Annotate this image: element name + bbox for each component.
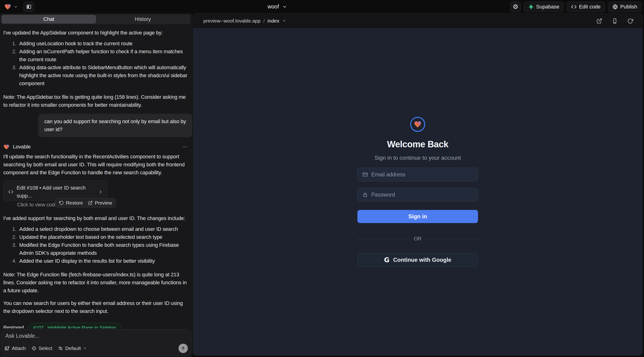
preview-panel: preview--woof.lovable.app / index [193,13,642,356]
assistant-paragraph: I've added support for searching by both… [3,214,189,222]
edit-code-button[interactable]: Edit code [566,2,605,12]
lovable-logo-heart-icon[interactable] [4,3,11,10]
assistant-note: Note: The Edge Function file (fetch-fire… [3,271,189,294]
preview-url-selector[interactable]: preview--woof.lovable.app / index [203,18,286,24]
edit-card-wrapper: Edit #108 • Add user ID search supp... C… [3,180,108,201]
preview-page: index [268,18,279,24]
app-logo-ring [410,117,425,132]
mobile-device-icon [612,18,618,24]
gear-icon: ⚙ [513,4,518,10]
tab-chat[interactable]: Chat [2,15,96,24]
assistant-paragraph: I've updated the AppSidebar component to… [3,29,189,37]
list-item: Updated the placeholder text based on th… [18,233,189,241]
chevron-down-icon [282,19,286,23]
chat-input[interactable] [6,333,179,339]
restore-preview-pill: Restore Preview [55,198,116,208]
settings-button[interactable]: ⚙ [510,2,521,12]
url-separator: / [263,18,265,24]
top-bar: woof ⚙ Supabase Edit code Publish [0,0,644,13]
chat-history-tabs: Chat History [1,14,190,24]
project-chevron-down-icon [282,4,287,9]
or-divider: OR [358,236,478,242]
login-card: Welcome Back Sign in to continue to your… [358,117,478,267]
globe-icon [612,4,618,10]
message-menu-dots-icon[interactable] [182,144,188,150]
chevron-right-icon [98,190,103,194]
email-field[interactable] [358,168,478,181]
external-link-icon [596,18,602,24]
refresh-icon [627,18,633,24]
google-g-icon: G [384,256,390,264]
continue-with-google-button[interactable]: G Continue with Google [358,253,478,267]
chat-composer: Attach Select Default [1,329,191,356]
mode-selector[interactable]: Default [58,346,87,351]
list-item: Modified the Edge Function to handle bot… [18,241,189,257]
version-number: #107 [33,324,44,328]
mobile-view-button[interactable] [610,16,620,26]
mail-icon [362,172,368,177]
lock-icon [362,192,368,198]
restored-version-badge[interactable]: #107 Highlight Active Page in Sidebar [28,323,121,328]
attach-image-icon [4,346,10,351]
restore-icon [59,200,64,205]
sidebar-panel-icon [26,4,32,10]
tab-history[interactable]: History [96,15,190,24]
chat-panel: Chat History I've updated the AppSidebar… [0,13,192,357]
supabase-bolt-icon [528,4,534,10]
code-icon [8,189,13,194]
toggle-sidebar-button[interactable] [24,2,34,12]
open-in-new-tab-button[interactable] [594,16,604,26]
login-subtitle: Sign in to continue to your account [374,154,461,161]
attach-button[interactable]: Attach [4,346,26,351]
supabase-button[interactable]: Supabase [524,2,564,12]
sign-in-button[interactable]: Sign in [358,210,478,223]
restored-label: Restored [3,324,24,328]
chevron-down-icon [83,346,87,350]
chat-messages[interactable]: I've updated the AppSidebar component to… [0,25,192,328]
password-input[interactable] [371,192,473,198]
app-logo-heart-icon [414,120,422,128]
arrow-up-icon [180,346,186,351]
preview-header: preview--woof.lovable.app / index [193,14,642,28]
assistant-list: Adding useLocation hook to track the cur… [3,40,189,88]
list-item: Added the user ID display in the results… [18,257,189,265]
app-preview-viewport: Welcome Back Sign in to continue to your… [193,28,642,355]
edit-card[interactable]: Edit #108 • Add user ID search supp... C… [3,180,108,201]
assistant-name: Lovable [13,143,31,151]
sliders-icon [58,346,63,351]
project-switcher[interactable]: woof [268,0,287,13]
login-title: Welcome Back [387,139,448,150]
assistant-message-header: Lovable [3,143,189,151]
assistant-note: Note: The AppSidebar.tsx file is getting… [3,93,189,109]
edit-card-title: Edit #108 • Add user ID search supp... [17,184,95,200]
email-input[interactable] [371,172,473,178]
publish-label: Publish [620,4,637,10]
supabase-label: Supabase [536,4,559,10]
assistant-list: Added a select dropdown to choose betwee… [3,225,189,265]
logo-chevron-down-icon[interactable] [14,5,18,9]
restored-row: Restored #107 Highlight Active Page in S… [3,323,189,328]
code-icon [571,4,577,10]
version-title: Highlight Active Page in Sidebar [48,324,116,328]
publish-button[interactable]: Publish [608,2,642,12]
refresh-button[interactable] [626,16,635,26]
assistant-paragraph: You can now search for users by either t… [3,299,189,315]
edit-code-label: Edit code [579,4,600,10]
select-target-icon [32,346,36,351]
password-field[interactable] [358,188,478,202]
list-item: Added a select dropdown to choose betwee… [18,225,189,233]
list-item: Adding data-active attribute to SidebarM… [18,64,189,88]
external-link-icon [88,200,93,205]
lovable-avatar-heart-icon [3,144,10,150]
list-item: Adding an isCurrentPath helper function … [18,48,189,64]
send-button[interactable] [178,344,188,353]
restore-button[interactable]: Restore [59,199,83,207]
preview-button[interactable]: Preview [88,199,112,207]
preview-domain: preview--woof.lovable.app [203,18,260,24]
user-message-bubble: can you add support for searching not on… [38,114,192,137]
list-item: Adding useLocation hook to track the cur… [18,40,189,48]
assistant-paragraph: I'll update the search functionality in … [3,153,189,176]
project-name: woof [268,4,279,10]
select-button[interactable]: Select [32,346,52,351]
